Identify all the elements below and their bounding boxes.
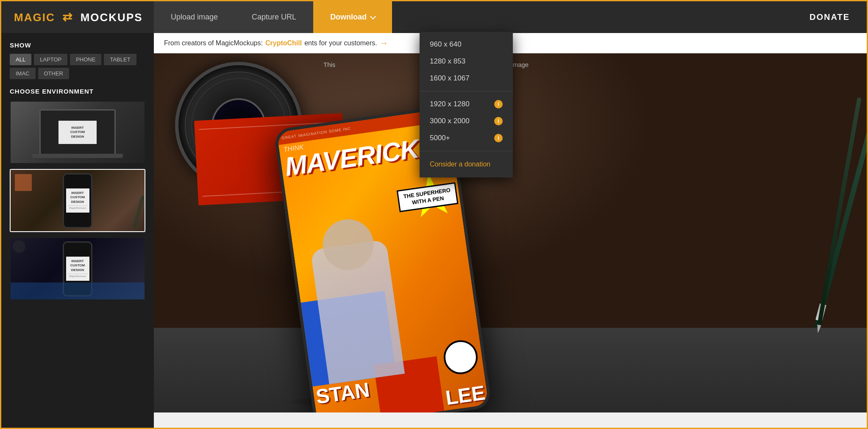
choose-env-title: CHOOSE ENVIRONMENT — [10, 88, 145, 95]
size-1920[interactable]: 1920 x 1280 i — [420, 96, 513, 113]
upload-image-button[interactable]: Upload image — [154, 1, 235, 33]
logo-mockups: MOCKUPS — [81, 11, 143, 24]
speech-bubble — [442, 338, 480, 376]
download-label: Download — [330, 13, 367, 22]
donate-button[interactable]: DONATE — [810, 12, 867, 22]
filter-tablet[interactable]: TABLET — [104, 54, 136, 65]
phone1-insert-label: INSERTCUSTOMDESIGN — [68, 191, 88, 204]
dropdown-divider-2 — [420, 151, 513, 151]
chevron-down-icon — [370, 13, 376, 19]
info-icon-2[interactable]: i — [494, 117, 503, 125]
filter-imac[interactable]: IMAC — [10, 68, 36, 79]
logo: MAGIC ⇄ MOCKUPS — [14, 10, 143, 24]
env-phone2[interactable]: INSERTCUSTOMDESIGN MagicMockups — [10, 237, 145, 300]
table-surface — [154, 328, 867, 412]
lee-text: LEE — [444, 383, 486, 409]
promo-prefix: From creators of MagicMockups: — [164, 39, 263, 47]
header: MAGIC ⇄ MOCKUPS Upload image Capture URL… — [1, 1, 867, 33]
env-phone1[interactable]: INSERTCUSTOMDESIGN MagicMockups — [10, 169, 145, 232]
info-overlay: This "download" button to get final imag… — [323, 61, 824, 68]
person-head — [320, 216, 377, 274]
superhero-subtitle: THE SUPERHEROWITH A PEN — [397, 182, 459, 212]
show-filters: ALL LAPTOP PHONE TABLET IMAC OTHER — [10, 54, 145, 79]
sidebar: SHOW ALL LAPTOP PHONE TABLET IMAC OTHER … — [1, 33, 154, 429]
info-icon[interactable]: i — [494, 100, 503, 108]
filter-phone[interactable]: PHONE — [70, 54, 101, 65]
pen2 — [817, 97, 861, 327]
phone2-insert-label: INSERTCUSTOMDESIGN — [68, 259, 88, 272]
capture-url-button[interactable]: Capture URL — [235, 1, 313, 33]
download-dropdown: 960 x 640 1280 x 853 1600 x 1067 1920 x … — [420, 32, 513, 177]
size-3000[interactable]: 3000 x 2000 i — [420, 113, 513, 130]
size-1600[interactable]: 1600 x 1067 — [420, 70, 513, 87]
dropdown-divider — [420, 91, 513, 91]
thumb-laptop-bg: INSERTCUSTOMDESIGN — [11, 102, 145, 163]
promo-arrow-icon: → — [380, 38, 388, 48]
logo-area: MAGIC ⇄ MOCKUPS — [1, 10, 154, 24]
laptop-insert-label: INSERTCUSTOMDESIGN — [70, 126, 85, 139]
consider-donation-link[interactable]: Consider a donation — [420, 155, 513, 173]
thumb-phone1: INSERTCUSTOMDESIGN MagicMockups — [11, 170, 145, 231]
header-nav: Upload image Capture URL Download — [154, 1, 810, 33]
filter-laptop[interactable]: LAPTOP — [34, 54, 67, 65]
logo-icon: ⇄ — [62, 11, 77, 24]
size-960[interactable]: 960 x 640 — [420, 36, 513, 53]
filter-all[interactable]: ALL — [10, 54, 31, 65]
thumb-laptop: INSERTCUSTOMDESIGN — [11, 102, 145, 163]
size-5000[interactable]: 5000+ i — [420, 130, 513, 147]
show-title: SHOW — [10, 42, 145, 49]
info-icon-3[interactable]: i — [494, 134, 503, 142]
download-button[interactable]: Download — [313, 1, 392, 33]
size-1280[interactable]: 1280 x 853 — [420, 53, 513, 70]
thumb-phone2-bg: INSERTCUSTOMDESIGN MagicMockups — [11, 238, 145, 299]
thumb-phone2: INSERTCUSTOMDESIGN MagicMockups — [11, 238, 145, 299]
thumb-phone1-bg: INSERTCUSTOMDESIGN MagicMockups — [11, 170, 145, 231]
logo-magic: MAGIC — [14, 11, 55, 24]
env-laptop[interactable]: INSERTCUSTOMDESIGN — [10, 101, 145, 164]
promo-suffix: ents for your customers. — [304, 39, 377, 47]
promo-link[interactable]: CryptoChill — [265, 39, 302, 47]
filter-other[interactable]: OTHER — [38, 68, 70, 79]
